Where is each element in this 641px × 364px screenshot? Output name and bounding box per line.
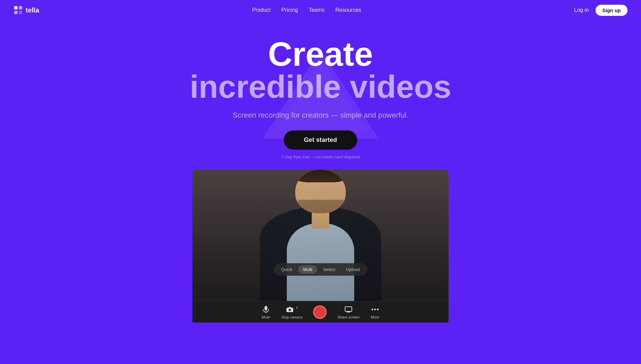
svg-point-7 — [289, 309, 291, 311]
tab-upload[interactable]: Upload — [341, 265, 365, 274]
navbar: tella Product Pricing Teams Resources Lo… — [0, 0, 641, 20]
mute-button[interactable]: Mute — [261, 305, 271, 319]
video-container: Quick Multi Select Upload — [192, 170, 449, 323]
video-toolbar: Mute ▲ Stop camera — [192, 301, 449, 323]
nav-resources[interactable]: Resources — [335, 7, 361, 13]
headline-line2: incredible videos — [7, 71, 634, 103]
record-indicator — [317, 310, 322, 314]
hero-section: Create incredible videos Screen recordin… — [0, 20, 641, 336]
svg-point-10 — [374, 309, 376, 310]
video-screen: Quick Multi Select Upload — [192, 170, 449, 301]
tab-quick[interactable]: Quick — [276, 265, 297, 274]
camera-arrow-icon: ▲ — [295, 305, 299, 309]
svg-rect-8 — [345, 307, 352, 311]
tab-select[interactable]: Select — [318, 265, 340, 274]
nav-product[interactable]: Product — [252, 7, 271, 13]
svg-rect-3 — [19, 11, 22, 14]
more-icon — [370, 305, 380, 314]
share-screen-label: Share screen — [337, 315, 359, 319]
svg-point-9 — [371, 309, 373, 310]
camera-icon — [285, 305, 295, 314]
hair-shape — [295, 170, 346, 182]
beard-shape — [298, 200, 343, 213]
hero-headline: Create incredible videos — [7, 37, 634, 103]
record-button[interactable] — [313, 305, 327, 319]
camera-tabs: Quick Multi Select Upload — [274, 263, 367, 276]
nav-teams[interactable]: Teams — [309, 7, 325, 13]
person-figure — [256, 176, 385, 301]
logo-link[interactable]: tella — [13, 5, 39, 15]
brand-name: tella — [26, 6, 39, 14]
stop-camera-button[interactable]: ▲ Stop camera — [281, 305, 302, 319]
mute-label: Mute — [262, 315, 270, 319]
nav-links: Product Pricing Teams Resources — [252, 7, 361, 13]
svg-rect-2 — [14, 11, 18, 14]
svg-rect-0 — [14, 6, 18, 9]
more-label: More — [371, 315, 379, 319]
hero-trial-note: 7-day free trial — no credit card requir… — [7, 154, 634, 159]
signup-button[interactable]: Sign up — [596, 5, 628, 16]
svg-rect-1 — [19, 6, 22, 9]
login-link[interactable]: Log in — [574, 7, 589, 13]
camera-with-arrow: ▲ — [285, 305, 299, 314]
nav-pricing[interactable]: Pricing — [281, 7, 298, 13]
hero-cta: Get started — [7, 130, 634, 150]
mic-icon — [261, 305, 271, 314]
screen-icon — [344, 305, 353, 314]
stop-camera-label: Stop camera — [281, 315, 302, 319]
video-preview: Quick Multi Select Upload — [192, 170, 449, 323]
svg-point-11 — [377, 309, 378, 310]
more-button[interactable]: More — [370, 305, 380, 319]
svg-rect-4 — [265, 306, 267, 310]
head-shape — [295, 170, 346, 213]
tab-multi[interactable]: Multi — [298, 265, 317, 274]
mute-with-arrow — [261, 305, 271, 314]
get-started-button[interactable]: Get started — [284, 130, 357, 150]
hero-subtitle: Screen recording for creators — simple a… — [7, 111, 634, 120]
headline-line1: Create — [7, 37, 634, 71]
nav-right: Log in Sign up — [574, 5, 628, 16]
shirt-shape — [287, 223, 354, 301]
logo-icon — [13, 5, 23, 15]
share-screen-button[interactable]: Share screen — [337, 305, 359, 319]
